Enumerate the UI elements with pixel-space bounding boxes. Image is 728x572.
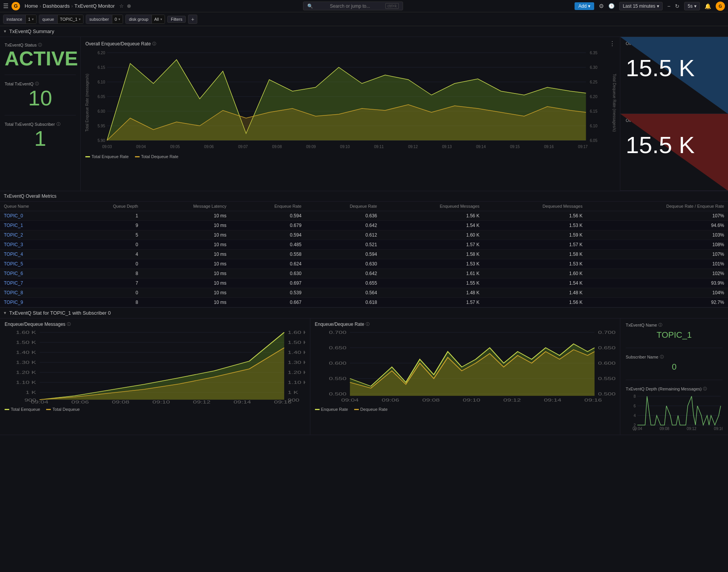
table-row[interactable]: TOPIC_3010 ms0.4850.5211.57 K1.57 K108%: [0, 240, 728, 250]
table-cell: 0.636: [305, 211, 381, 221]
svg-text:0.700: 0.700: [598, 330, 615, 335]
info-icon[interactable]: ⓘ: [703, 386, 707, 392]
table-row[interactable]: TOPIC_8010 ms0.5390.5641.48 K1.48 K104%: [0, 288, 728, 298]
notification-icon[interactable]: 🔔: [705, 3, 711, 9]
table-row[interactable]: TOPIC_0110 ms0.5940.6361.56 K1.56 K107%: [0, 211, 728, 221]
info-icon[interactable]: ⓘ: [38, 42, 42, 48]
table-cell: 0.594: [305, 250, 381, 259]
filter-subscriber[interactable]: subscriber 0 ▾: [86, 15, 123, 24]
svg-text:1.10 K: 1.10 K: [288, 380, 305, 385]
svg-text:6.35: 6.35: [590, 51, 598, 55]
table-cell: 8: [71, 269, 142, 278]
svg-text:09:10: 09:10: [463, 398, 480, 402]
table-row[interactable]: TOPIC_5010 ms0.6240.6301.53 K1.53 K101%: [0, 259, 728, 269]
chart-menu-icon[interactable]: ⋮: [609, 40, 615, 47]
stat-section-header[interactable]: ▼ TxEventQ Stat for TOPIC_1 with Subscri…: [0, 308, 728, 319]
svg-text:0.600: 0.600: [329, 361, 346, 365]
info-icon[interactable]: ⓘ: [152, 41, 156, 47]
summary-right-panels: Overall Enqueue Messages ⓘ 15.5 K Overal…: [620, 37, 728, 191]
share-icon[interactable]: ⊗: [127, 3, 131, 9]
chevron-down-icon: ▾: [32, 17, 34, 21]
refresh-rate[interactable]: 5s ▾: [684, 2, 700, 10]
dashboard-settings-icon[interactable]: ⚙: [599, 3, 604, 10]
svg-text:09:17: 09:17: [578, 145, 588, 149]
top-bar: ☰ G Home › Dashboards › TxEventQ Monitor…: [0, 0, 728, 12]
svg-text:09:04: 09:04: [136, 145, 146, 149]
table-row[interactable]: TOPIC_6810 ms0.6300.6421.61 K1.60 K102%: [0, 269, 728, 278]
table-row[interactable]: TOPIC_9810 ms0.6670.6181.57 K1.56 K92.7%: [0, 298, 728, 307]
info-icon[interactable]: ⓘ: [57, 122, 60, 127]
breadcrumb-dashboards[interactable]: Dashboards: [43, 3, 70, 9]
svg-text:09:08: 09:08: [422, 398, 439, 402]
table-cell: 0.624: [230, 259, 305, 269]
svg-text:6.25: 6.25: [590, 80, 598, 84]
star-icon[interactable]: ☆: [119, 3, 124, 9]
search-box[interactable]: 🔍 Search or jump to... ctrl+k: [303, 2, 403, 10]
zoom-out-icon[interactable]: −: [667, 3, 670, 9]
refresh-icon[interactable]: ↻: [675, 3, 680, 9]
filters-button[interactable]: Filters: [167, 16, 186, 23]
hamburger-icon[interactable]: ☰: [3, 2, 8, 10]
table-cell: TOPIC_3: [0, 240, 71, 250]
filter-instance-value[interactable]: 1 ▾: [26, 15, 36, 23]
svg-text:6.30: 6.30: [590, 65, 598, 70]
filter-queue[interactable]: queue TOPIC_1 ▾: [39, 15, 83, 24]
breadcrumb-home[interactable]: Home: [25, 3, 38, 9]
time-range-selector[interactable]: Last 15 minutes ▾: [619, 2, 663, 10]
filter-disk-group-value[interactable]: All ▾: [152, 15, 165, 23]
table-row[interactable]: TOPIC_2510 ms0.5940.6121.60 K1.59 K103%: [0, 230, 728, 240]
table-cell: 92.7%: [586, 298, 728, 307]
chart-legend: Total Enqueue Rate Total Dequeue Rate: [81, 153, 620, 160]
table-cell: 10 ms: [142, 250, 230, 259]
subscriber-value: 1: [5, 128, 76, 149]
filter-disk-group[interactable]: disk group All ▾: [125, 15, 165, 24]
filter-instance[interactable]: instance 1 ▾: [3, 15, 37, 24]
svg-text:1.20 K: 1.20 K: [16, 370, 36, 375]
txeventq-name-block: TxEventQ Name ⓘ TOPIC_1: [626, 322, 723, 342]
table-cell: TOPIC_9: [0, 298, 71, 307]
info-icon[interactable]: ⓘ: [67, 322, 71, 327]
table-cell: TOPIC_4: [0, 250, 71, 259]
table-body: TOPIC_0110 ms0.5940.6361.56 K1.56 K107%T…: [0, 211, 728, 307]
table-row[interactable]: TOPIC_1910 ms0.6790.6421.54 K1.53 K94.6%: [0, 221, 728, 230]
table-cell: 0.564: [305, 288, 381, 298]
legend-dequeue-label: Total Dequeue Rate: [141, 154, 178, 159]
table-row[interactable]: TOPIC_7710 ms0.6970.6551.55 K1.54 K93.9%: [0, 278, 728, 288]
breadcrumb-current[interactable]: TxEventQ Monitor: [74, 3, 115, 9]
svg-text:09:06: 09:06: [72, 400, 89, 404]
total-txeventq-block: Total TxEventQ ⓘ 10: [5, 80, 76, 110]
info-icon[interactable]: ⓘ: [366, 322, 370, 327]
table-cell: 1.48 K: [381, 288, 483, 298]
divider: [626, 380, 723, 380]
svg-text:0.650: 0.650: [598, 346, 615, 350]
table-cell: 0.642: [305, 221, 381, 230]
summary-stats: TxEventQ Status ⓘ ACTIVE Total TxEventQ …: [0, 37, 81, 191]
bottom-section: Enqueue/Dequeue Messages ⓘ 1.60 K 1.50 K…: [0, 319, 728, 435]
table-row[interactable]: TOPIC_4410 ms0.5580.5941.58 K1.58 K107%: [0, 250, 728, 259]
th-dequeue-rate: Dequeue Rate: [305, 202, 381, 211]
bottom-chart-1: Enqueue/Dequeue Messages ⓘ 1.60 K 1.50 K…: [0, 319, 310, 435]
table-cell: 0.679: [230, 221, 305, 230]
svg-text:0.500: 0.500: [329, 392, 346, 396]
search-placeholder: Search or jump to...: [330, 3, 370, 9]
add-button[interactable]: Add ▾: [575, 2, 594, 10]
table-cell: TOPIC_8: [0, 288, 71, 298]
svg-text:09:12: 09:12: [503, 398, 520, 402]
svg-text:1.40 K: 1.40 K: [16, 350, 36, 355]
table-cell: 0.667: [230, 298, 305, 307]
main-chart-panel: Overall Enqueue/Dequeue Rate ⓘ ⋮ 6.20 6.…: [81, 37, 620, 191]
user-avatar[interactable]: G: [716, 2, 725, 11]
table-cell: 8: [71, 298, 142, 307]
summary-section-header[interactable]: ▼ TxEventQ Summary: [0, 26, 728, 37]
info-icon[interactable]: ⓘ: [658, 322, 662, 328]
svg-text:6.05: 6.05: [98, 95, 105, 99]
table-cell: 5: [71, 230, 142, 240]
filter-subscriber-value[interactable]: 0 ▾: [112, 15, 123, 23]
svg-text:6.05: 6.05: [590, 138, 598, 143]
table-cell: 10 ms: [142, 211, 230, 221]
info-icon[interactable]: ⓘ: [660, 354, 664, 360]
total-txeventq-value: 10: [5, 87, 76, 109]
bottom-chart-2: Enqueue/Dequeue Rate ⓘ 0.700 0.650 0.600…: [310, 319, 621, 435]
add-filter-button[interactable]: +: [188, 15, 197, 24]
filter-queue-value[interactable]: TOPIC_1 ▾: [58, 15, 83, 23]
